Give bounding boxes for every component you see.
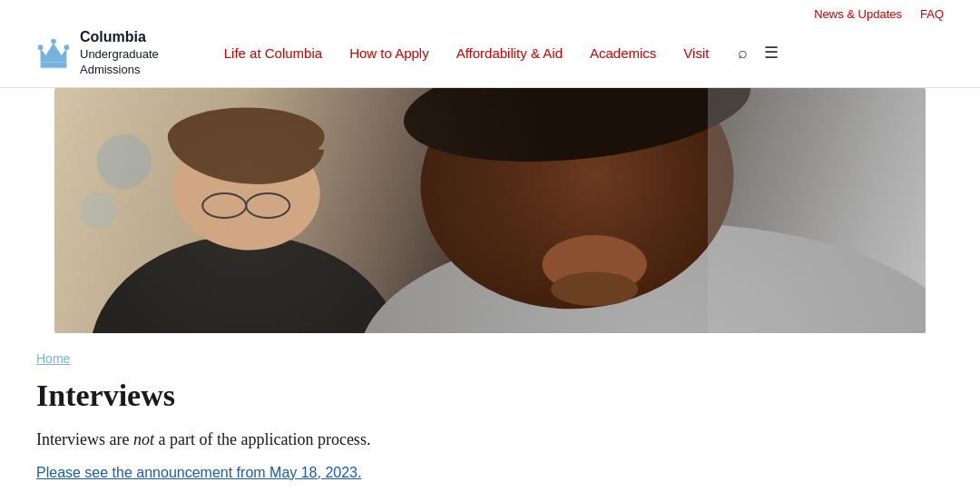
breadcrumb: Home [36, 351, 944, 366]
nav-life-at-columbia[interactable]: Life at Columbia [213, 42, 333, 64]
nav-icons: ⌕ ☰ [734, 41, 782, 64]
nav-academics[interactable]: Academics [579, 42, 667, 64]
header-top-bar: News & Updates FAQ [0, 0, 980, 25]
news-updates-link[interactable]: News & Updates [814, 7, 902, 21]
logo-link[interactable]: Columbia Undergraduate Admissions [36, 28, 159, 78]
logo-line2: Undergraduate [80, 47, 159, 63]
menu-button[interactable]: ☰ [760, 41, 782, 64]
svg-point-3 [51, 39, 56, 44]
logo-text: Columbia Undergraduate Admissions [80, 28, 159, 78]
breadcrumb-home[interactable]: Home [36, 351, 70, 366]
nav-affordability-aid[interactable]: Affordability & Aid [446, 42, 573, 64]
svg-point-4 [64, 45, 70, 51]
nav-visit[interactable]: Visit [672, 42, 720, 64]
subtitle-emphasis: not [133, 430, 154, 448]
content-area: Home Interviews Interviews are not a par… [0, 333, 980, 492]
subtitle-prefix: Interviews are [36, 430, 133, 448]
announcement-link[interactable]: Please see the announcement from May 18,… [36, 465, 361, 480]
search-button[interactable]: ⌕ [734, 42, 751, 64]
page-subtitle: Interviews are not a part of the applica… [36, 428, 944, 452]
subtitle-suffix: a part of the application process. [154, 430, 370, 448]
site-header: News & Updates FAQ [0, 0, 980, 88]
hero-wrapper [0, 88, 980, 333]
hero-image [54, 88, 926, 333]
main-nav: Life at Columbia How to Apply Affordabil… [213, 41, 944, 64]
svg-point-2 [38, 45, 44, 51]
faq-link[interactable]: FAQ [920, 7, 944, 21]
logo-line1: Columbia [80, 28, 159, 47]
hero-canvas [54, 88, 926, 333]
svg-rect-5 [41, 66, 67, 69]
logo-line3: Admissions [80, 63, 159, 78]
header-main-bar: Columbia Undergraduate Admissions Life a… [0, 25, 980, 87]
page-title: Interviews [36, 379, 944, 413]
crown-icon [36, 31, 71, 74]
nav-how-to-apply[interactable]: How to Apply [338, 42, 440, 64]
svg-marker-1 [41, 44, 67, 63]
